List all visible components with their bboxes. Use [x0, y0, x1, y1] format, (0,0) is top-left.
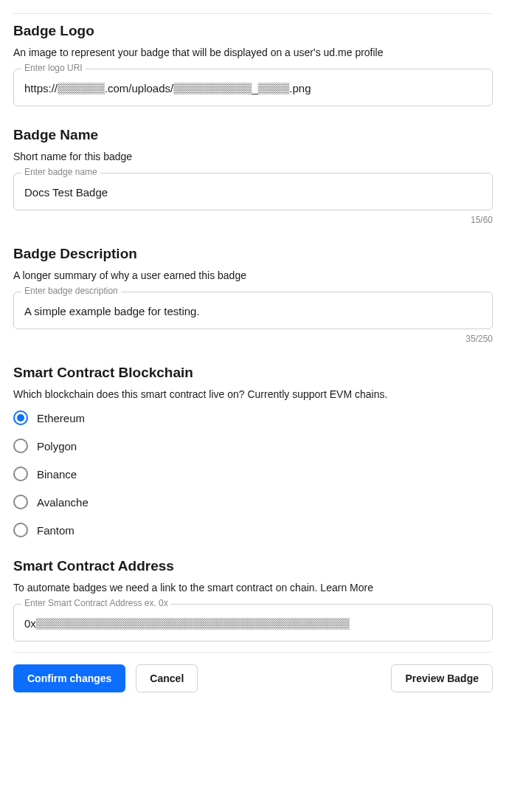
badge-description-fieldset: Enter badge description	[13, 292, 493, 329]
radio-label: Polygon	[37, 440, 77, 453]
preview-button[interactable]: Preview Badge	[391, 664, 493, 692]
badge-description-section: Badge Description A longer summary of wh…	[13, 246, 493, 344]
blockchain-option-polygon[interactable]: Polygon	[13, 438, 493, 453]
contract-address-legend: Enter Smart Contract Address ex. 0x	[21, 599, 171, 608]
badge-name-input[interactable]	[14, 173, 492, 210]
top-divider	[13, 13, 493, 14]
badge-logo-section: Badge Logo An image to represent your ba…	[13, 23, 493, 106]
badge-name-title: Badge Name	[13, 127, 493, 143]
badge-logo-legend: Enter logo URI	[21, 63, 86, 72]
blockchain-section: Smart Contract Blockchain Which blockcha…	[13, 365, 493, 537]
badge-name-legend: Enter badge name	[21, 168, 100, 176]
contract-address-section: Smart Contract Address To automate badge…	[13, 558, 493, 641]
badge-description-subtitle: A longer summary of why a user earned th…	[13, 269, 493, 281]
radio-icon	[13, 438, 28, 453]
contract-address-title: Smart Contract Address	[13, 558, 493, 574]
badge-logo-fieldset: Enter logo URI	[13, 69, 493, 106]
blockchain-subtitle: Which blockchain does this smart contrac…	[13, 388, 493, 400]
radio-label: Ethereum	[37, 412, 85, 424]
button-row: Confirm changes Cancel Preview Badge	[13, 652, 493, 692]
learn-more-link[interactable]: Learn More	[320, 582, 373, 593]
blockchain-option-fantom[interactable]: Fantom	[13, 523, 493, 537]
radio-label: Fantom	[37, 524, 74, 537]
contract-address-subtitle-text: To automate badges we need a link to the…	[13, 582, 320, 593]
badge-logo-title: Badge Logo	[13, 23, 493, 39]
contract-address-subtitle: To automate badges we need a link to the…	[13, 582, 493, 593]
badge-logo-input[interactable]	[14, 69, 492, 106]
blockchain-option-ethereum[interactable]: Ethereum	[13, 410, 493, 425]
badge-name-subtitle: Short name for this badge	[13, 151, 493, 162]
badge-name-fieldset: Enter badge name	[13, 173, 493, 210]
contract-address-input[interactable]	[14, 605, 492, 641]
badge-logo-subtitle: An image to represent your badge that wi…	[13, 47, 493, 58]
badge-description-legend: Enter badge description	[21, 286, 121, 295]
radio-label: Avalanche	[37, 496, 89, 509]
radio-icon	[13, 523, 28, 537]
contract-address-fieldset: Enter Smart Contract Address ex. 0x	[13, 604, 493, 641]
blockchain-radio-group: EthereumPolygonBinanceAvalancheFantom	[13, 410, 493, 537]
badge-description-counter: 35/250	[13, 334, 493, 344]
radio-icon	[13, 495, 28, 509]
radio-label: Binance	[37, 468, 77, 481]
confirm-button[interactable]: Confirm changes	[13, 664, 125, 692]
blockchain-title: Smart Contract Blockchain	[13, 365, 493, 381]
cancel-button[interactable]: Cancel	[136, 664, 198, 692]
radio-icon	[13, 467, 28, 481]
blockchain-option-binance[interactable]: Binance	[13, 467, 493, 481]
radio-icon	[13, 410, 28, 425]
badge-name-section: Badge Name Short name for this badge Ent…	[13, 127, 493, 225]
badge-description-title: Badge Description	[13, 246, 493, 262]
badge-name-counter: 15/60	[13, 215, 493, 225]
blockchain-option-avalanche[interactable]: Avalanche	[13, 495, 493, 509]
badge-description-input[interactable]	[14, 292, 492, 328]
